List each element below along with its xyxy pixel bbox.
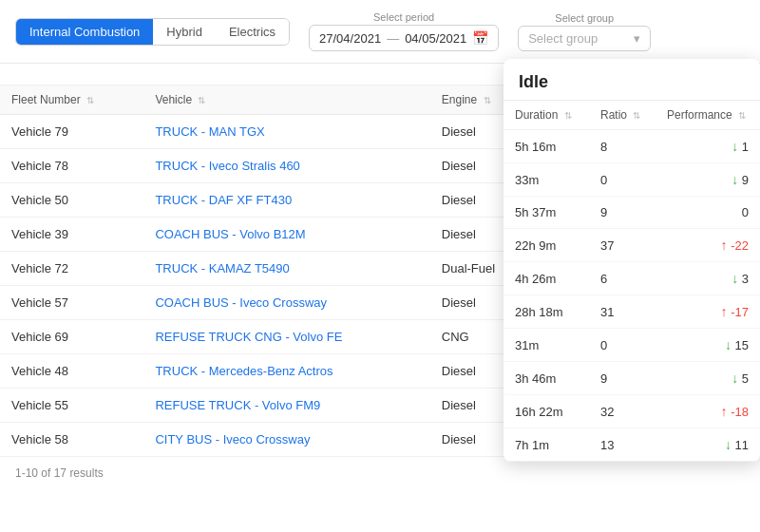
idle-cell-performance: ↑ -22 (656, 229, 760, 262)
idle-row: 28h 18m 31 ↑ -17 (504, 295, 760, 329)
cell-vehicle[interactable]: COACH BUS - Volvo B12M (143, 218, 429, 252)
idle-cell-ratio: 0 (589, 163, 656, 197)
idle-row: 5h 37m 9 0 (504, 197, 760, 229)
perf-value: -17 (731, 305, 749, 319)
cell-fleet: Vehicle 48 (0, 354, 143, 389)
idle-row: 7h 1m 13 ↓ 11 (504, 428, 760, 462)
idle-cell-ratio: 9 (589, 362, 656, 395)
period-group: Select period 27/04/2021 — 04/05/2021 📅 (309, 11, 499, 51)
results-count: 1-10 of 17 results (15, 466, 104, 480)
cell-fleet: Vehicle 79 (0, 115, 143, 149)
arrow-down-icon: ↓ (732, 139, 738, 154)
sort-icon-duration[interactable]: ⇅ (564, 110, 572, 121)
cell-vehicle[interactable]: TRUCK - Iveco Stralis 460 (143, 149, 429, 183)
arrow-up-icon: ↑ (721, 238, 728, 253)
th-vehicle: Vehicle ⇅ (143, 86, 429, 115)
cell-vehicle[interactable]: TRUCK - DAF XF FT430 (143, 183, 429, 218)
idle-row: 4h 26m 6 ↓ 3 (504, 262, 760, 295)
sort-icon-ratio[interactable]: ⇅ (633, 110, 640, 121)
idle-cell-ratio: 37 (589, 229, 656, 262)
perf-value: 0 (742, 205, 749, 219)
calendar-icon: 📅 (472, 30, 488, 46)
cell-vehicle[interactable]: TRUCK - Mercedes-Benz Actros (143, 354, 429, 389)
cell-vehicle[interactable]: REFUSE TRUCK - Volvo FM9 (143, 389, 429, 423)
idle-cell-duration: 5h 16m (504, 130, 589, 163)
page: Internal Combustion Hybrid Electrics Sel… (0, 0, 760, 532)
idle-cell-performance: ↓ 3 (656, 262, 760, 295)
cell-fleet: Vehicle 50 (0, 183, 143, 218)
idle-cell-duration: 31m (504, 329, 589, 362)
idle-cell-duration: 4h 26m (504, 262, 589, 295)
idle-cell-performance: ↓ 11 (656, 428, 760, 462)
date-to: 04/05/2021 (405, 31, 466, 46)
vehicle-type-group: Internal Combustion Hybrid Electrics (15, 18, 290, 46)
idle-popup: Idle Duration ⇅ Ratio ⇅ Performance ⇅ 5h… (504, 59, 760, 462)
idle-th-ratio: Ratio ⇅ (589, 101, 656, 130)
idle-cell-performance: ↑ -18 (656, 395, 760, 428)
date-from: 27/04/2021 (319, 31, 381, 46)
arrow-down-icon: ↓ (725, 437, 732, 452)
group-placeholder: Select group (528, 31, 598, 46)
perf-value: 1 (742, 140, 749, 154)
arrow-down-icon: ↓ (732, 370, 738, 386)
idle-cell-duration: 28h 18m (504, 295, 589, 329)
idle-table: Duration ⇅ Ratio ⇅ Performance ⇅ 5h 16m … (504, 101, 760, 462)
cell-fleet: Vehicle 78 (0, 149, 143, 183)
idle-cell-performance: ↑ -17 (656, 295, 760, 329)
perf-value: 5 (742, 371, 749, 386)
group-label: Select group (518, 12, 651, 24)
arrow-up-icon: ↑ (721, 304, 728, 319)
idle-cell-ratio: 32 (589, 395, 656, 428)
idle-cell-performance: ↓ 5 (656, 362, 760, 395)
idle-row: 22h 9m 37 ↑ -22 (504, 229, 760, 262)
cell-fleet: Vehicle 69 (0, 320, 143, 354)
sort-icon-performance[interactable]: ⇅ (738, 110, 746, 121)
btn-hybrid[interactable]: Hybrid (153, 19, 216, 45)
idle-cell-duration: 7h 1m (504, 428, 589, 462)
idle-title: Idle (504, 59, 760, 101)
cell-fleet: Vehicle 72 (0, 252, 143, 286)
idle-row: 5h 16m 8 ↓ 1 (504, 130, 760, 163)
date-dash: — (387, 31, 399, 46)
idle-cell-duration: 5h 37m (504, 197, 589, 229)
sort-icon-engine[interactable]: ⇅ (484, 95, 491, 105)
period-label: Select period (309, 11, 499, 23)
idle-cell-duration: 3h 46m (504, 362, 589, 395)
idle-th-performance: Performance ⇅ (656, 101, 760, 130)
arrow-up-icon: ↑ (721, 404, 728, 419)
btn-internal-combustion[interactable]: Internal Combustion (16, 19, 153, 45)
cell-vehicle[interactable]: TRUCK - KAMAZ T5490 (143, 252, 429, 286)
idle-cell-ratio: 31 (589, 295, 656, 329)
idle-cell-ratio: 6 (589, 262, 656, 295)
perf-value: -18 (731, 405, 749, 419)
cell-fleet: Vehicle 57 (0, 286, 143, 320)
idle-cell-performance: ↓ 9 (656, 163, 760, 197)
cell-fleet: Vehicle 58 (0, 423, 143, 457)
idle-tbody: 5h 16m 8 ↓ 1 33m 0 ↓ 9 5h 37m 9 0 22h 9m… (504, 130, 760, 462)
idle-cell-performance: ↓ 15 (656, 329, 760, 362)
btn-electrics[interactable]: Electrics (216, 19, 289, 45)
footer: 1-10 of 17 results (0, 457, 760, 489)
sort-icon-vehicle[interactable]: ⇅ (198, 95, 205, 105)
idle-cell-duration: 33m (504, 163, 589, 197)
arrow-down-icon: ↓ (732, 271, 738, 286)
idle-cell-ratio: 0 (589, 329, 656, 362)
idle-row: 3h 46m 9 ↓ 5 (504, 362, 760, 395)
cell-vehicle[interactable]: COACH BUS - Iveco Crossway (143, 286, 429, 320)
idle-header-row: Duration ⇅ Ratio ⇅ Performance ⇅ (504, 101, 760, 130)
period-input[interactable]: 27/04/2021 — 04/05/2021 📅 (309, 25, 499, 51)
group-select-group: Select group Select group ▾ (518, 12, 651, 51)
perf-value: -22 (731, 238, 749, 253)
cell-vehicle[interactable]: REFUSE TRUCK CNG - Volvo FE (143, 320, 429, 354)
cell-vehicle[interactable]: CITY BUS - Iveco Crossway (143, 423, 429, 457)
chevron-down-icon: ▾ (634, 31, 640, 46)
arrow-down-icon: ↓ (725, 337, 732, 352)
idle-cell-ratio: 9 (589, 197, 656, 229)
cell-fleet: Vehicle 55 (0, 389, 143, 423)
cell-vehicle[interactable]: TRUCK - MAN TGX (143, 115, 429, 149)
sort-icon-fleet[interactable]: ⇅ (86, 95, 94, 105)
idle-th-duration: Duration ⇅ (504, 101, 589, 130)
perf-value: 3 (742, 272, 749, 286)
group-select[interactable]: Select group ▾ (518, 26, 651, 51)
th-fleet: Fleet Number ⇅ (0, 86, 143, 115)
